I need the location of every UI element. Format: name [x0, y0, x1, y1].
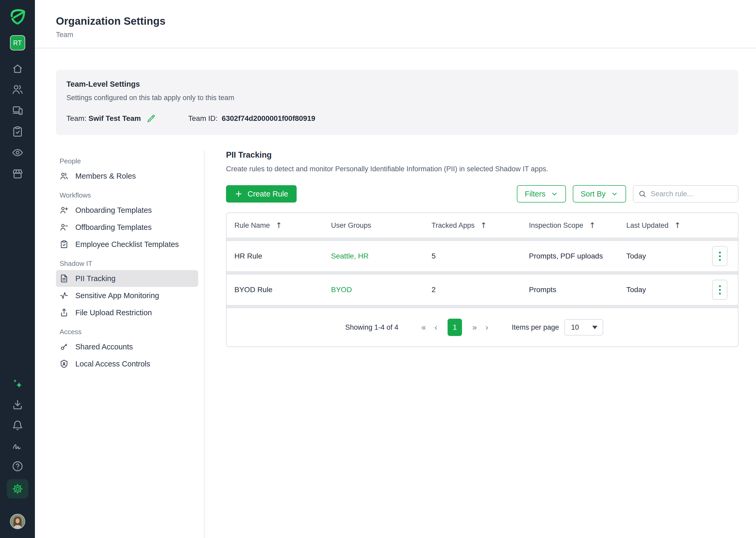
cell-inspection-scope: Prompts: [521, 286, 618, 294]
sidebar-item-employee-checklist-templates[interactable]: Employee Checklist Templates: [56, 236, 198, 253]
team-card-title: Team-Level Settings: [67, 80, 728, 88]
items-per-page-select[interactable]: 10: [564, 319, 603, 336]
signature-icon[interactable]: [12, 440, 24, 452]
page-subtitle: Team: [56, 31, 756, 39]
cell-last-updated: Today: [618, 286, 709, 294]
next-page-icon[interactable]: ›: [485, 323, 489, 332]
user-group-link[interactable]: BYOD: [331, 286, 352, 294]
sidebar-item-file-upload-restriction[interactable]: File Upload Restriction: [56, 304, 198, 321]
row-actions-kebab-icon[interactable]: [712, 246, 728, 266]
rail-bottom-nav: [7, 378, 28, 529]
rules-table: Rule Name ↑ User Groups Tracked Apps ↑: [226, 213, 738, 347]
row-divider: [226, 271, 738, 275]
sidebar-item-offboarding-templates[interactable]: Offboarding Templates: [56, 219, 198, 236]
team-name: Swif Test Team: [88, 114, 141, 123]
col-last-updated: Last Updated ↑: [618, 221, 709, 230]
devices-icon[interactable]: [12, 105, 24, 117]
user-group-link[interactable]: HR: [358, 252, 368, 260]
home-icon[interactable]: [12, 63, 24, 75]
col-tracked-apps: Tracked Apps ↑: [424, 221, 521, 230]
settings-split: People Members & Roles Workflows Onboard…: [56, 150, 738, 538]
user-group-link[interactable]: Seattle: [331, 252, 354, 260]
page-title: Organization Settings: [56, 15, 756, 27]
cell-tracked-apps: 2: [424, 286, 521, 294]
toolbar-right: Filters Sort By: [517, 185, 738, 202]
monitoring-eye-icon[interactable]: [12, 146, 24, 159]
help-icon[interactable]: [12, 460, 24, 472]
team-id-cell: Team ID: 6302f74d2000001f00f80919: [188, 114, 315, 123]
edit-team-name-pencil-icon[interactable]: [147, 114, 156, 123]
key-icon: [60, 342, 69, 351]
filters-label: Filters: [525, 190, 545, 198]
chevron-down-icon: [611, 190, 618, 197]
sort-by-button[interactable]: Sort By: [573, 185, 626, 202]
nav-section-people: People: [60, 155, 198, 167]
download-icon[interactable]: [12, 399, 24, 411]
file-text-icon: [60, 274, 69, 283]
user-group-separator: ,: [354, 252, 356, 260]
sidebar-item-members-roles[interactable]: Members & Roles: [56, 168, 198, 185]
app-store-icon[interactable]: [12, 168, 24, 180]
pagination-summary: Showing 1-4 of 4: [345, 323, 399, 332]
tasks-clipboard-icon[interactable]: [12, 126, 24, 138]
cell-user-groups: BYOD: [323, 286, 424, 294]
shield-user-icon: [60, 359, 69, 368]
swif-logo-icon[interactable]: [9, 8, 26, 25]
sidebar-item-pii-tracking[interactable]: PII Tracking: [56, 270, 198, 287]
sort-asc-icon[interactable]: ↑: [589, 221, 595, 230]
nav-section-access: Access: [60, 326, 198, 337]
select-caret-icon: [592, 326, 597, 329]
nav-section-workflows: Workflows: [60, 190, 198, 201]
content: Team-Level Settings Settings configured …: [35, 48, 756, 538]
workspace-badge[interactable]: RT: [10, 35, 25, 50]
settings-gear-icon[interactable]: [7, 479, 28, 499]
nav-item-label: Offboarding Templates: [75, 223, 152, 232]
items-per-page-value: 10: [565, 323, 592, 332]
search-rule-input[interactable]: [633, 185, 738, 202]
nav-item-label: Local Access Controls: [75, 360, 150, 368]
upload-icon: [60, 308, 69, 317]
nav-item-label: Employee Checklist Templates: [75, 240, 179, 249]
cell-last-updated: Today: [618, 252, 709, 260]
nav-item-label: Shared Accounts: [75, 343, 133, 351]
sort-asc-icon[interactable]: ↑: [276, 221, 282, 230]
notifications-bell-icon[interactable]: [12, 419, 24, 431]
team-name-cell: Team: Swif Test Team: [67, 114, 188, 123]
nav-section-shadow-it: Shadow IT: [60, 258, 198, 269]
team-id-value: 6302f74d2000001f00f80919: [222, 114, 315, 123]
people-icon[interactable]: [12, 83, 24, 96]
filters-button[interactable]: Filters: [517, 185, 566, 202]
sidebar-item-shared-accounts[interactable]: Shared Accounts: [56, 338, 198, 355]
current-page-button[interactable]: 1: [448, 319, 462, 336]
chevron-down-icon: [551, 190, 558, 197]
plus-icon: [234, 190, 243, 198]
ai-sparkles-icon[interactable]: [12, 378, 24, 390]
create-rule-button[interactable]: Create Rule: [226, 185, 297, 202]
user-avatar[interactable]: [10, 514, 25, 529]
app-root: RT: [0, 0, 756, 538]
user-minus-icon: [60, 223, 69, 232]
nav-item-label: Sensitive App Monitoring: [75, 291, 159, 300]
nav-item-label: File Upload Restriction: [75, 308, 152, 317]
rail-top-nav: [12, 63, 24, 180]
team-card-description: Settings configured on this tab apply on…: [67, 94, 728, 102]
sort-asc-icon[interactable]: ↑: [480, 221, 487, 230]
cell-inspection-scope: Prompts, PDF uploads: [521, 252, 618, 260]
sidebar-item-sensitive-app-monitoring[interactable]: Sensitive App Monitoring: [56, 287, 198, 304]
sidebar-item-onboarding-templates[interactable]: Onboarding Templates: [56, 202, 198, 219]
prev-page-icon[interactable]: ‹: [434, 323, 438, 332]
sidebar-item-local-access-controls[interactable]: Local Access Controls: [56, 355, 198, 372]
panel-description: Create rules to detect and monitor Perso…: [226, 165, 738, 173]
panel-title: PII Tracking: [226, 150, 738, 160]
sort-asc-icon[interactable]: ↑: [674, 221, 681, 230]
last-page-icon[interactable]: »: [472, 323, 477, 332]
toolbar: Create Rule Filters Sort By: [226, 185, 738, 202]
first-page-icon[interactable]: «: [421, 323, 426, 332]
team-id-label: Team ID:: [188, 114, 217, 123]
row-actions-kebab-icon[interactable]: [712, 280, 728, 300]
clipboard-check-icon: [60, 240, 69, 249]
team-label: Team:: [67, 114, 86, 123]
sidebar-rail: RT: [0, 0, 35, 538]
main-column: Organization Settings Team Team-Level Se…: [35, 0, 756, 538]
settings-subnav: People Members & Roles Workflows Onboard…: [56, 150, 205, 538]
